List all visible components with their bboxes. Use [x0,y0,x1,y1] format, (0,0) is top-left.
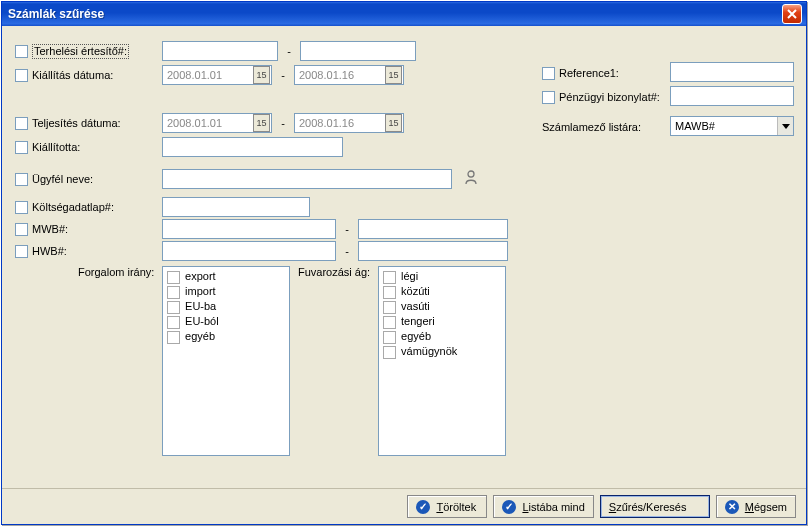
check-icon: ✓ [502,500,516,514]
ugyfel-input[interactable] [162,169,452,189]
koltseg-checkbox[interactable] [15,201,28,214]
calendar-icon[interactable]: 15 [385,114,402,132]
list-item-label: egyéb [398,330,431,342]
reference1-label: Reference1: [559,67,671,79]
svg-point-0 [468,171,474,177]
hwb-checkbox[interactable] [15,245,28,258]
fuvarozasi-listbox[interactable]: légi közúti vasúti tengeri egyéb vámügyn… [378,266,506,456]
hwb-from-input[interactable] [162,241,336,261]
calendar-icon[interactable]: 15 [253,114,270,132]
ugyfel-checkbox[interactable] [15,173,28,186]
list-item-checkbox[interactable] [383,301,396,314]
szamlamezo-label: Számlamező listára: [542,121,670,133]
list-item-checkbox[interactable] [167,316,180,329]
client-area: Terhelési értesítő#: - Kiállítás dátuma:… [2,26,806,488]
list-item-label: vasúti [398,300,430,312]
close-button[interactable] [782,4,802,24]
kiallitotta-label: Kiállította: [32,141,162,153]
list-item[interactable]: vámügynök [383,344,501,359]
list-item-checkbox[interactable] [383,286,396,299]
list-item[interactable]: EU-ból [167,314,285,329]
close-icon [787,9,797,19]
titlebar: Számlák szűrése [2,2,806,26]
list-item-checkbox[interactable] [167,286,180,299]
list-item-label: légi [398,270,418,282]
check-icon: ✓ [416,500,430,514]
penzugyi-label: Pénzügyi bizonylat#: [559,91,671,103]
list-item-label: export [182,270,216,282]
fuvarozasi-label: Fuvarozási ág: [298,266,370,278]
hwb-label: HWB#: [32,245,162,257]
window-title: Számlák szűrése [8,7,782,21]
window: Számlák szűrése Terhelési értesítő#: - K… [1,1,807,525]
toroltek-rest: öröltek [443,501,476,513]
hwb-to-input[interactable] [358,241,508,261]
person-icon[interactable] [464,168,478,186]
mwb-checkbox[interactable] [15,223,28,236]
terhelesi-checkbox[interactable] [15,45,28,58]
list-item[interactable]: export [167,269,285,284]
list-item-checkbox[interactable] [383,316,396,329]
list-item-label: vámügynök [398,345,457,357]
list-item-checkbox[interactable] [167,271,180,284]
terhelesi-label: Terhelési értesítő#: [32,44,162,59]
list-item-label: egyéb [182,330,215,342]
reference1-checkbox[interactable] [542,67,555,80]
list-item-checkbox[interactable] [167,331,180,344]
teljesites-to-date[interactable]: 2008.01.16 15 [294,113,404,133]
cancel-icon: ✕ [725,500,739,514]
list-item[interactable]: egyéb [383,329,501,344]
list-item-checkbox[interactable] [383,331,396,344]
list-item[interactable]: tengeri [383,314,501,329]
list-item-checkbox[interactable] [383,346,396,359]
kiallitas-label: Kiállítás dátuma: [32,69,162,81]
calendar-icon[interactable]: 15 [253,66,270,84]
szures-button[interactable]: Szűrés/Keresés [600,495,710,518]
list-item[interactable]: egyéb [167,329,285,344]
footer: ✓ Töröltek ✓ Listába mind Szűrés/Keresés… [2,488,806,524]
teljesites-from-date[interactable]: 2008.01.01 15 [162,113,272,133]
list-item-label: import [182,285,216,297]
listaba-button[interactable]: ✓ Listába mind [493,495,593,518]
list-item[interactable]: közúti [383,284,501,299]
ugyfel-label: Ügyfél neve: [32,173,162,185]
kiallitotta-checkbox[interactable] [15,141,28,154]
teljesites-label: Teljesítés dátuma: [32,117,162,129]
kiallitotta-input[interactable] [162,137,343,157]
forgalom-listbox[interactable]: export import EU-ba EU-ból egyéb [162,266,290,456]
list-item-checkbox[interactable] [383,271,396,284]
calendar-icon[interactable]: 15 [385,66,402,84]
list-item[interactable]: import [167,284,285,299]
penzugyi-checkbox[interactable] [542,91,555,104]
mwb-label: MWB#: [32,223,162,235]
forgalom-label: Forgalom irány: [78,266,154,278]
kiallitas-checkbox[interactable] [15,69,28,82]
toroltek-button[interactable]: ✓ Töröltek [407,495,487,518]
dash: - [278,45,300,57]
penzugyi-input[interactable] [670,86,794,106]
kiallitas-to-date[interactable]: 2008.01.16 15 [294,65,404,85]
list-item-label: tengeri [398,315,435,327]
kiallitas-from-date[interactable]: 2008.01.01 15 [162,65,272,85]
list-item-label: EU-ból [182,315,219,327]
terhelesi-from-input[interactable] [162,41,278,61]
reference1-input[interactable] [670,62,794,82]
mwb-from-input[interactable] [162,219,336,239]
list-item-checkbox[interactable] [167,301,180,314]
list-item-label: EU-ba [182,300,216,312]
koltseg-label: Költségadatlap#: [32,201,162,213]
list-item[interactable]: vasúti [383,299,501,314]
koltseg-input[interactable] [162,197,310,217]
teljesites-checkbox[interactable] [15,117,28,130]
mwb-to-input[interactable] [358,219,508,239]
list-item-label: közúti [398,285,430,297]
list-item[interactable]: EU-ba [167,299,285,314]
megsem-button[interactable]: ✕ Mégsem [716,495,796,518]
terhelesi-to-input[interactable] [300,41,416,61]
chevron-down-icon[interactable] [777,117,793,135]
list-item[interactable]: légi [383,269,501,284]
szamlamezo-combo[interactable]: MAWB# [670,116,794,136]
